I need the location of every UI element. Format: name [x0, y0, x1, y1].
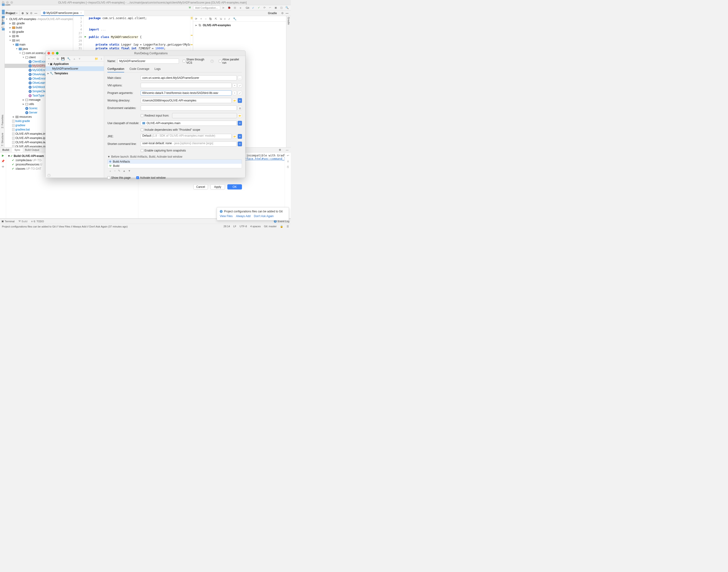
gradle-collapse-icon[interactable]: ⇲: [219, 17, 222, 20]
eye-icon[interactable]: 👁: [2, 165, 4, 168]
status-lf[interactable]: LF: [233, 225, 236, 228]
program-args-input[interactable]: [141, 90, 231, 95]
build-tab-output[interactable]: Build Output: [23, 147, 42, 152]
browse-icon[interactable]: …: [238, 76, 242, 80]
before-launch-header[interactable]: ▼Before launch: Build Artifacts, Build, …: [108, 155, 242, 158]
working-dir-input[interactable]: [141, 98, 231, 103]
status-spaces[interactable]: 4 spaces: [250, 225, 261, 228]
run-gutter-icon[interactable]: ▶: [83, 35, 87, 39]
search-icon[interactable]: 🔍: [285, 6, 289, 10]
move-down-icon[interactable]: ▼: [128, 169, 131, 173]
rerun-icon[interactable]: ▶: [2, 154, 4, 157]
cfg-node-templates[interactable]: ▶🔧 Templates: [46, 71, 104, 76]
add-task-icon[interactable]: ＋: [109, 169, 112, 173]
env-vars-input[interactable]: [141, 105, 237, 111]
dropdown-icon[interactable]: ▾: [238, 98, 242, 103]
tab-terminal[interactable]: ▣ Terminal: [1, 220, 15, 223]
add-configuration-button[interactable]: Add Configuration...: [193, 6, 220, 10]
vm-options-input[interactable]: [141, 83, 231, 88]
before-launch-item[interactable]: ✥Build Artifacts: [108, 159, 242, 164]
build-tab-sync[interactable]: Sync: [12, 147, 22, 152]
vcs-update-icon[interactable]: ↙: [251, 6, 255, 10]
status-enc[interactable]: UTF-8: [240, 225, 247, 228]
tree-row[interactable]: ▼main: [5, 43, 73, 47]
wrench-icon[interactable]: 🔧: [67, 57, 71, 60]
vcs-commit-icon[interactable]: ✓: [256, 6, 261, 10]
tree-row[interactable]: ▼OLIVE-API-examples ~/repos/OLIVE-API-ex…: [5, 17, 73, 21]
remove-task-icon[interactable]: −: [114, 169, 116, 173]
status-notif-icon[interactable]: ☰: [286, 225, 289, 228]
tree-row[interactable]: ▶build: [5, 25, 73, 30]
side-tab-project[interactable]: 1: Project: [1, 17, 4, 28]
stop-icon[interactable]: ■: [238, 6, 243, 10]
ide-settings-icon[interactable]: ◫: [279, 6, 284, 10]
breadcrumb-item[interactable]: com: [1, 3, 31, 6]
dropdown-icon[interactable]: ▾: [238, 121, 242, 126]
tree-row[interactable]: ▶gradle: [5, 30, 73, 34]
locate-icon[interactable]: ⊕: [21, 12, 24, 15]
gradle-refresh-icon[interactable]: ⟳: [195, 17, 197, 20]
tab-todo[interactable]: ≡ 6: TODO: [31, 220, 44, 223]
expand-icon[interactable]: ⤢: [238, 83, 242, 87]
show-this-page-checkbox[interactable]: Show this page: [108, 176, 131, 180]
run-icon[interactable]: ▶: [221, 6, 226, 10]
notif-always-add[interactable]: Always Add: [236, 214, 251, 218]
classpath-select[interactable]: OLIVE-API-examples.main: [141, 121, 237, 126]
print-icon[interactable]: ⎙: [287, 165, 289, 168]
remove-config-icon[interactable]: −: [53, 57, 54, 60]
hide-icon[interactable]: —: [35, 12, 37, 15]
cfg-item-mysadframescorer[interactable]: MySADFrameScorer: [46, 66, 104, 71]
build-hammer-icon[interactable]: ⚒: [187, 6, 192, 10]
tree-row[interactable]: ▼src: [5, 38, 73, 43]
insert-icon[interactable]: ＋: [233, 83, 237, 87]
dialog-zoom-icon[interactable]: [56, 52, 59, 55]
tab-build[interactable]: ⚒ Build: [18, 220, 27, 223]
browse-icon[interactable]: 📁: [238, 114, 242, 118]
gear-icon[interactable]: ⚙: [281, 12, 284, 15]
tab-logs[interactable]: Logs: [154, 66, 160, 72]
folder-icon[interactable]: 📁: [95, 57, 98, 60]
gradle-wrench-icon[interactable]: 🔧: [233, 17, 237, 20]
pin-icon[interactable]: 📌: [1, 159, 5, 163]
vcs-revert-icon[interactable]: ⤺: [268, 6, 272, 10]
gradle-settings-icon[interactable]: ⫴: [224, 17, 225, 20]
notif-view-files[interactable]: View Files: [220, 214, 233, 218]
debug-icon[interactable]: 🐞: [227, 6, 231, 10]
main-class-input[interactable]: [141, 75, 237, 80]
add-config-icon[interactable]: ＋: [48, 57, 50, 61]
ok-button[interactable]: OK: [227, 184, 242, 190]
gradle-root[interactable]: ▶ 🐘 OLIVE-API-examples: [195, 23, 284, 27]
gradle-remove-icon[interactable]: −: [205, 17, 207, 20]
hide-icon[interactable]: —: [286, 12, 288, 15]
gradle-task-icon[interactable]: 🐘: [209, 17, 212, 20]
dropdown-icon[interactable]: ▾: [238, 134, 242, 139]
name-input[interactable]: [118, 59, 179, 64]
collapse-icon[interactable]: ⇲: [26, 12, 28, 15]
close-tab-icon[interactable]: ×: [80, 11, 82, 15]
jre-select[interactable]: Default (1.8 - SDK of 'OLIVE-API-example…: [141, 134, 231, 139]
side-tab-gradle[interactable]: Gradle: [287, 17, 290, 25]
help-icon[interactable]: ?: [48, 174, 51, 177]
notif-dont-ask[interactable]: Don't Ask Again: [254, 214, 274, 218]
hide-icon[interactable]: —: [283, 147, 291, 152]
scroll-to-end-icon[interactable]: ⤓: [287, 159, 289, 163]
edit-task-icon[interactable]: ✎: [118, 169, 120, 173]
gear-icon[interactable]: ⚙: [276, 147, 283, 152]
tree-row[interactable]: ▶.gradle: [5, 21, 73, 25]
dialog-minimize-icon[interactable]: [52, 52, 54, 55]
tab-configuration[interactable]: Configuration: [108, 66, 124, 72]
shorten-cmd-select[interactable]: user-local default: none - java [options…: [141, 141, 237, 147]
allow-parallel-checkbox[interactable]: Allow parallel run: [219, 58, 242, 64]
before-launch-item[interactable]: ⚒Build: [108, 164, 242, 168]
gear-icon[interactable]: ⚙: [30, 12, 32, 15]
tree-row[interactable]: ▶lib: [5, 34, 73, 38]
gradle-expand-icon[interactable]: ⇱: [215, 17, 217, 20]
move-down-icon[interactable]: ▼: [78, 57, 81, 60]
status-lock-icon[interactable]: 🔒: [280, 225, 283, 228]
apply-button[interactable]: Apply: [210, 184, 225, 190]
share-vcs-checkbox[interactable]: Share through VCS: [183, 58, 209, 64]
help-icon[interactable]: ?: [211, 60, 213, 63]
soft-wrap-icon[interactable]: ↩: [287, 154, 289, 157]
activate-tool-window-checkbox[interactable]: ✓Activate tool window: [136, 176, 166, 180]
move-up-icon[interactable]: ▲: [123, 169, 126, 173]
